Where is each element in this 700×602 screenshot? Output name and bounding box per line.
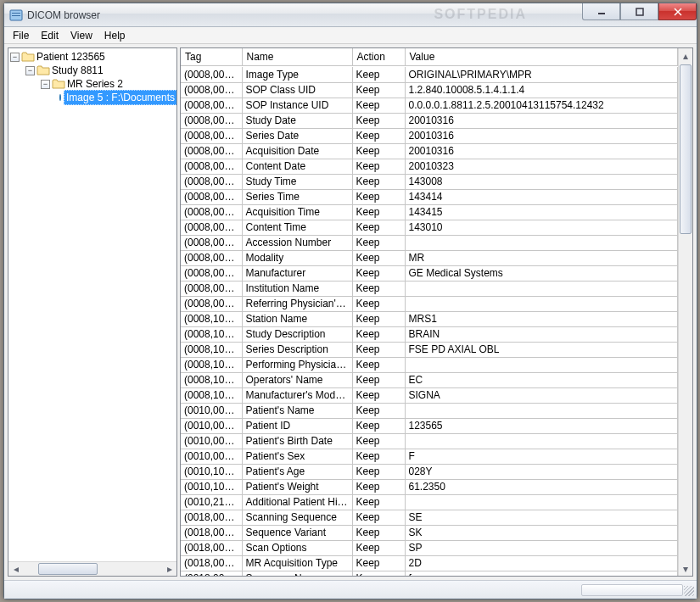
cell-tag: (0008,0016): [181, 82, 242, 98]
table-row[interactable]: (0008,1030)Study DescriptionKeepBRAIN: [181, 326, 678, 342]
cell-value: 143415: [405, 204, 678, 220]
table-row[interactable]: (0008,0030)Study TimeKeep143008: [181, 174, 678, 189]
cell-action: Keep: [352, 403, 405, 418]
table-row[interactable]: (0008,0018)SOP Instance UIDKeep0.0.0.0.1…: [181, 98, 678, 113]
table-row[interactable]: (0008,0070)ManufacturerKeepGE Medical Sy…: [181, 265, 678, 281]
cell-value: fse: [405, 571, 678, 576]
table-row[interactable]: (0008,0090)Referring Physician's NameKee…: [181, 296, 678, 311]
cell-value: [405, 296, 678, 311]
menu-help[interactable]: Help: [99, 29, 131, 42]
cell-value: [405, 281, 678, 296]
menu-edit[interactable]: Edit: [36, 29, 64, 42]
table-row[interactable]: (0010,0030)Patient's Birth DateKeep: [181, 433, 678, 449]
table-row[interactable]: (0008,1050)Performing Physician's N...Ke…: [181, 357, 678, 372]
table-row[interactable]: (0008,0008)Image TypeKeepORIGINAL\PRIMAR…: [181, 67, 678, 82]
cell-action: Keep: [352, 220, 405, 235]
cell-tag: (0008,0022): [181, 143, 242, 159]
table-row[interactable]: (0008,0021)Series DateKeep20010316: [181, 128, 678, 143]
table-row[interactable]: (0008,0016)SOP Class UIDKeep1.2.840.1000…: [181, 82, 678, 98]
col-action[interactable]: Action: [352, 48, 405, 65]
table-row[interactable]: (0010,1030)Patient's WeightKeep61.2350: [181, 479, 678, 494]
resize-grip[interactable]: [684, 586, 694, 596]
maximize-button[interactable]: [620, 3, 658, 20]
table-row[interactable]: (0008,0031)Series TimeKeep143414: [181, 189, 678, 204]
tree-series[interactable]: MR Series 2: [67, 77, 123, 91]
cell-name: Content Date: [242, 159, 352, 174]
cell-tag: (0008,1050): [181, 357, 242, 372]
cell-tag: (0008,0080): [181, 281, 242, 296]
table-row[interactable]: (0018,0021)Sequence VariantKeepSK: [181, 525, 678, 540]
table-row[interactable]: (0018,0020)Scanning SequenceKeepSE: [181, 510, 678, 525]
minimize-button[interactable]: [582, 3, 620, 20]
menubar: File Edit View Help: [4, 27, 697, 44]
table-row[interactable]: (0018,0024)Sequence NameKeepfse: [181, 571, 678, 576]
table-row[interactable]: (0008,1010)Station NameKeepMRS1: [181, 311, 678, 326]
scroll-left-icon[interactable]: ◂: [8, 562, 23, 577]
cell-value: SK: [405, 525, 678, 540]
col-value[interactable]: Value: [405, 48, 678, 65]
table-row[interactable]: (0018,0022)Scan OptionsKeepSP: [181, 540, 678, 555]
table-row[interactable]: (0008,0023)Content DateKeep20010323: [181, 159, 678, 174]
table-row[interactable]: (0008,0020)Study DateKeep20010316: [181, 113, 678, 128]
cell-action: Keep: [352, 387, 405, 403]
table-row[interactable]: (0008,0032)Acquisition TimeKeep143415: [181, 204, 678, 220]
scroll-down-icon[interactable]: ▾: [679, 561, 692, 576]
titlebar[interactable]: DICOM browser SOFTPEDIA: [4, 3, 697, 27]
tree-toggle[interactable]: −: [41, 80, 50, 89]
cell-name: Study Description: [242, 326, 352, 342]
table-row[interactable]: (0008,0060)ModalityKeepMR: [181, 250, 678, 265]
cell-action: Keep: [352, 433, 405, 449]
image-node-icon: [59, 94, 61, 101]
col-tag[interactable]: Tag: [181, 48, 242, 65]
table-row[interactable]: (0010,21B0)Additional Patient HistoryKee…: [181, 494, 678, 510]
tree-patient[interactable]: Patient 123565: [36, 50, 105, 64]
close-button[interactable]: [658, 3, 697, 20]
tree-view[interactable]: − Patient 123565 − Study 8811 − MR Serie…: [8, 48, 176, 561]
col-name[interactable]: Name: [242, 48, 352, 65]
table-row[interactable]: (0008,103E)Series DescriptionKeepFSE PD …: [181, 342, 678, 357]
cell-tag: (0008,0070): [181, 265, 242, 281]
table-row[interactable]: (0008,0022)Acquisition DateKeep20010316: [181, 143, 678, 159]
cell-name: Series Description: [242, 342, 352, 357]
cell-name: Patient's Name: [242, 403, 352, 418]
window-title: DICOM browser: [27, 9, 100, 21]
table-row[interactable]: (0008,0080)Institution NameKeep: [181, 281, 678, 296]
table-row[interactable]: (0018,0023)MR Acquisition TypeKeep2D: [181, 555, 678, 571]
cell-action: Keep: [352, 464, 405, 479]
cell-action: Keep: [352, 174, 405, 189]
table-row[interactable]: (0008,0050)Accession NumberKeep: [181, 235, 678, 250]
tree-toggle[interactable]: −: [25, 66, 35, 75]
tree-pane: − Patient 123565 − Study 8811 − MR Serie…: [8, 47, 177, 577]
table-row[interactable]: (0010,0040)Patient's SexKeepF: [181, 449, 678, 464]
scroll-right-icon[interactable]: ▸: [162, 562, 176, 577]
table-row[interactable]: (0008,0033)Content TimeKeep143010: [181, 220, 678, 235]
tree-image-selected[interactable]: Image 5 : F:\Documents: [64, 90, 176, 105]
table-row[interactable]: (0008,1090)Manufacturer's Model Na...Kee…: [181, 387, 678, 403]
tree-h-scrollbar[interactable]: ◂ ▸: [8, 561, 176, 576]
scroll-thumb[interactable]: [680, 64, 692, 234]
table-row[interactable]: (0010,1010)Patient's AgeKeep028Y: [181, 464, 678, 479]
table-row[interactable]: (0010,0010)Patient's NameKeep: [181, 403, 678, 418]
table-row[interactable]: (0010,0020)Patient IDKeep123565: [181, 418, 678, 433]
statusbar: [4, 580, 697, 599]
menu-file[interactable]: File: [8, 29, 34, 42]
cell-name: Series Time: [242, 189, 352, 204]
cell-action: Keep: [352, 540, 405, 555]
table-row[interactable]: (0008,1070)Operators' NameKeepEC: [181, 372, 678, 387]
cell-value: MR: [405, 250, 678, 265]
cell-tag: (0008,1010): [181, 311, 242, 326]
svg-rect-2: [12, 15, 20, 16]
svg-rect-3: [598, 13, 605, 14]
tree-toggle[interactable]: −: [10, 53, 20, 62]
dicom-table[interactable]: (0008,0008)Image TypeKeepORIGINAL\PRIMAR…: [181, 67, 678, 576]
tree-study[interactable]: Study 8811: [52, 64, 104, 77]
menu-view[interactable]: View: [65, 29, 98, 42]
cell-tag: (0010,0030): [181, 433, 242, 449]
cell-value: [405, 403, 678, 418]
cell-name: Series Date: [242, 128, 352, 143]
scroll-thumb[interactable]: [38, 563, 98, 575]
scroll-up-icon[interactable]: ▴: [679, 48, 692, 63]
table-v-scrollbar[interactable]: ▴ ▾: [678, 48, 692, 576]
app-window: DICOM browser SOFTPEDIA File Edit View H…: [3, 3, 697, 599]
cell-action: Keep: [352, 525, 405, 540]
